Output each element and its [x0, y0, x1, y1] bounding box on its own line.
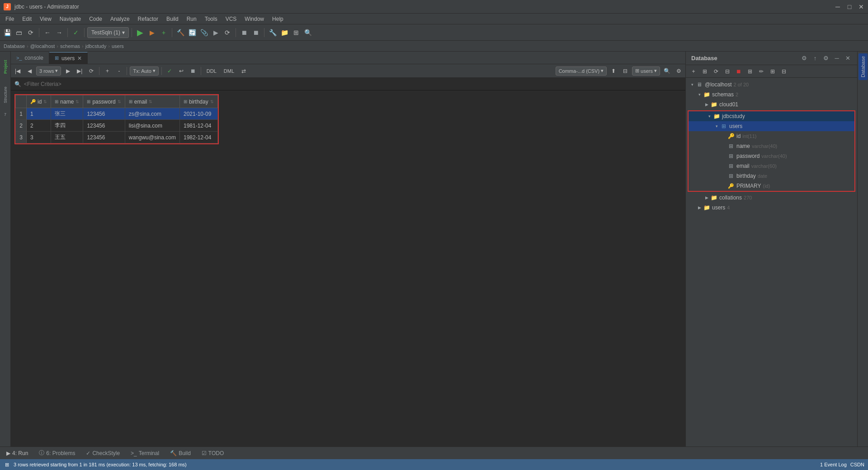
menu-window[interactable]: Window [241, 15, 268, 23]
update-btn[interactable]: ⟳ [222, 27, 233, 38]
run2-btn[interactable]: ▶ [210, 27, 221, 38]
col-header-email[interactable]: ⊞ email ⇅ [125, 95, 179, 108]
bottom-tab-build[interactable]: 🔨 Build [167, 449, 193, 457]
close-btn[interactable]: ✕ [858, 4, 864, 10]
menu-file[interactable]: File [2, 15, 18, 23]
filter-input[interactable] [24, 81, 682, 87]
breadcrumb-database[interactable]: Database [4, 43, 25, 49]
rp-up-icon[interactable]: ↑ [811, 54, 819, 62]
db-pencil-btn[interactable]: ✏ [756, 66, 766, 76]
bottom-tab-checkstyle[interactable]: ✓ CheckStyle [83, 449, 123, 457]
users-badge[interactable]: ⊞ users ▾ [632, 66, 660, 76]
menu-view[interactable]: View [36, 15, 55, 23]
menu-code[interactable]: Code [85, 15, 106, 23]
bottom-tab-terminal[interactable]: >_ Terminal [128, 449, 162, 457]
breadcrumb-users[interactable]: users [112, 43, 124, 49]
password-sort-icon[interactable]: ⇅ [118, 100, 121, 104]
db-layout-btn[interactable]: ⊞ [745, 66, 755, 76]
tab-users[interactable]: ⊞ users ✕ [49, 52, 88, 64]
tree-col-email[interactable]: ▶ ⊞ email varchar(60) [689, 161, 854, 171]
reload-btn[interactable]: 🔄 [187, 27, 198, 38]
toggle-jdbcstudy[interactable]: ▾ [707, 114, 712, 119]
structure-btn[interactable]: ⊞ [291, 27, 302, 38]
maximize-btn[interactable]: □ [846, 4, 853, 10]
qt-next-btn[interactable]: ▶ [63, 66, 73, 76]
email-sort-icon[interactable]: ⇅ [149, 100, 152, 104]
db-filter2-btn[interactable]: ⊟ [779, 66, 789, 76]
tree-col-name[interactable]: ▶ ⊞ name varchar(40) [689, 141, 854, 151]
tree-users-table[interactable]: ▾ ⊞ users [689, 121, 854, 131]
qt-settings-btn[interactable]: ⚙ [674, 66, 684, 76]
menu-vcs[interactable]: VCS [222, 15, 241, 23]
run-btn[interactable]: ▶ [135, 27, 146, 38]
ddl-btn[interactable]: DDL [204, 68, 219, 74]
stop-btn[interactable]: ⏹ [239, 27, 250, 38]
col-header-birthday[interactable]: ⊞ birthday ⇅ [179, 95, 217, 108]
menu-navigate[interactable]: Navigate [56, 15, 85, 23]
minimize-btn[interactable]: ─ [835, 4, 841, 10]
menu-run[interactable]: Run [183, 15, 200, 23]
toolbar-save-btn[interactable]: 💾 [2, 27, 13, 38]
db-filter-btn[interactable]: ⊟ [722, 66, 732, 76]
qt-zoom-btn[interactable]: 🔍 [662, 66, 672, 76]
tree-cloud01[interactable]: ▶ 📁 cloud01 [686, 100, 857, 109]
db-refresh-btn[interactable]: ⟳ [711, 66, 721, 76]
tree-schemas[interactable]: ▾ 📁 schemas 2 [686, 90, 857, 100]
tree-col-id[interactable]: ▶ 🔑 id int(11) [689, 131, 854, 141]
menu-tools[interactable]: Tools [201, 15, 221, 23]
db-table-btn[interactable]: ⊞ [768, 66, 778, 76]
tree-col-password[interactable]: ▶ ⊞ password varchar(40) [689, 151, 854, 161]
event-log-label[interactable]: 1 Event Log [820, 462, 847, 467]
make-btn[interactable]: 🔨 [175, 27, 186, 38]
tree-collations[interactable]: ▶ 📁 collations 270 [686, 193, 857, 203]
menu-edit[interactable]: Edit [19, 15, 35, 23]
qt-remove-row-btn[interactable]: - [114, 66, 124, 76]
col-header-password[interactable]: ⊞ password ⇅ [83, 95, 125, 108]
debug-btn[interactable]: ▶ [146, 27, 157, 38]
qt-prev-btn[interactable]: ◀ [24, 66, 34, 76]
menu-refactor[interactable]: Refactor [134, 15, 162, 23]
csv-dropdown[interactable]: Comma-...d (CSV) ▾ [556, 66, 607, 76]
toggle-users-node[interactable]: ▶ [697, 205, 702, 210]
db-add-btn[interactable]: + [689, 66, 698, 76]
add-config-btn[interactable]: + [158, 27, 169, 38]
search-btn[interactable]: 🔍 [302, 27, 313, 38]
toolbar-green-check[interactable]: ✓ [71, 27, 81, 38]
db-stop-btn[interactable]: ⏹ [734, 66, 744, 76]
rp-settings-icon[interactable]: ⚙ [800, 54, 808, 62]
toolbar-forward-btn[interactable]: → [54, 27, 65, 38]
qt-refresh-btn[interactable]: ⟳ [86, 66, 96, 76]
rp-minus-icon[interactable]: ─ [833, 54, 841, 62]
col-header-name[interactable]: ⊞ name ⇅ [51, 95, 83, 108]
qt-swap-btn[interactable]: ⇄ [239, 66, 249, 76]
rp-settings2-icon[interactable]: ⚙ [822, 54, 830, 62]
attach-btn[interactable]: 📎 [198, 27, 209, 38]
rp-close-icon[interactable]: ✕ [844, 54, 852, 62]
tab-close-icon[interactable]: ✕ [77, 55, 82, 62]
breadcrumb-jdbcstudy[interactable]: jdbcstudy [85, 43, 106, 49]
sidebar-structure-icon[interactable]: Structure [0, 81, 10, 109]
sidebar-project-icon[interactable]: Project [0, 53, 10, 81]
tree-col-birthday[interactable]: ▶ ⊞ birthday date [689, 171, 854, 181]
menu-help[interactable]: Help [269, 15, 287, 23]
toolbar-save-all-btn[interactable]: 🗃 [14, 27, 24, 38]
stop2-btn[interactable]: ⏹ [250, 27, 261, 38]
tree-primary-key[interactable]: ▶ 🔑 PRIMARY (id) [689, 181, 854, 191]
qt-last-btn[interactable]: ▶| [75, 66, 85, 76]
tree-users-node[interactable]: ▶ 📁 users 4 [686, 203, 857, 213]
rs-tab-database[interactable]: Database [859, 53, 868, 80]
dml-btn[interactable]: DML [221, 68, 237, 74]
toggle-cloud01[interactable]: ▶ [704, 102, 709, 107]
project-dropdown[interactable]: TestSqln (1) ▾ [87, 27, 129, 38]
qt-add-row-btn[interactable]: + [102, 66, 112, 76]
id-sort-icon[interactable]: ⇅ [43, 100, 47, 104]
menu-analyze[interactable]: Analyze [107, 15, 133, 23]
qt-cancel-btn[interactable]: ⏹ [188, 66, 198, 76]
birthday-sort-icon[interactable]: ⇅ [210, 100, 214, 104]
qt-upload-btn[interactable]: ⬆ [609, 66, 618, 76]
qt-revert-btn[interactable]: ↩ [176, 66, 186, 76]
tx-dropdown[interactable]: Tx: Auto ▾ [130, 66, 158, 76]
table-row[interactable]: 3 3 王五 123456 wangwu@sina.com 1982-12-04 [16, 132, 218, 143]
bottom-tab-problems[interactable]: ⓘ 6: Problems [36, 448, 78, 458]
toggle-users-table[interactable]: ▾ [714, 123, 719, 129]
